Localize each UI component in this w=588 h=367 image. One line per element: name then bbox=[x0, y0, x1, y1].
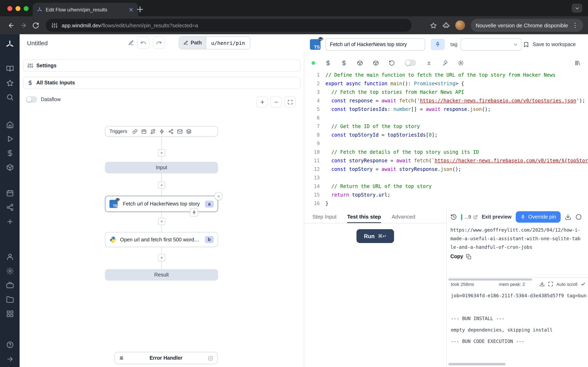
step-node-b[interactable]: Open url and fetch first 500 words of ..… bbox=[105, 232, 218, 247]
static-inputs-row[interactable]: All Static Inputs bbox=[23, 77, 301, 89]
add-step-button[interactable] bbox=[158, 254, 165, 261]
settings-row[interactable]: Settings bbox=[23, 59, 301, 72]
new-tab-button[interactable] bbox=[136, 5, 145, 14]
ai-assistant-icon[interactable] bbox=[442, 60, 448, 66]
zoom-out-button[interactable] bbox=[270, 96, 282, 108]
add-error-handler-icon[interactable] bbox=[208, 355, 213, 361]
expand-logs-icon[interactable] bbox=[548, 281, 553, 287]
fit-view-button[interactable] bbox=[284, 96, 296, 108]
profile-avatar[interactable] bbox=[455, 20, 465, 30]
result-node[interactable]: Result bbox=[105, 269, 218, 281]
step-title-input[interactable] bbox=[325, 38, 425, 50]
http-route-icon[interactable] bbox=[150, 129, 155, 134]
user-icon[interactable] bbox=[6, 253, 14, 261]
step-node-a[interactable]: TS Fetch url of HackerNews top story a bbox=[105, 196, 218, 212]
windmill-logo-icon[interactable] bbox=[5, 40, 14, 49]
add-icon[interactable] bbox=[6, 218, 14, 225]
run-button[interactable]: Run ⌘↵ bbox=[356, 229, 394, 243]
job-detail-icon[interactable] bbox=[575, 214, 582, 220]
add-step-button[interactable] bbox=[158, 149, 165, 157]
collapse-sidebar-icon[interactable] bbox=[6, 355, 14, 363]
reset-icon[interactable] bbox=[389, 60, 395, 66]
copy-result-button[interactable]: Copy bbox=[450, 254, 471, 259]
tab-search-button[interactable] bbox=[572, 4, 582, 13]
download-logs-icon[interactable] bbox=[539, 281, 545, 287]
site-settings-icon[interactable] bbox=[52, 22, 58, 28]
favorites-icon[interactable] bbox=[6, 79, 14, 87]
variables-picker-icon[interactable] bbox=[325, 60, 331, 66]
resources-icon[interactable] bbox=[6, 164, 14, 171]
save-to-workspace-button[interactable]: Save to workspace bbox=[523, 42, 576, 48]
tab-advanced[interactable]: Advanced bbox=[392, 211, 415, 223]
add-step-button[interactable] bbox=[158, 182, 165, 189]
pinned-indicator[interactable] bbox=[190, 208, 198, 217]
library-panel-icon[interactable] bbox=[575, 60, 581, 66]
path-value[interactable]: u/henri/pin bbox=[206, 37, 250, 49]
download-result-icon[interactable] bbox=[564, 214, 571, 220]
close-window-button[interactable] bbox=[7, 6, 12, 11]
bookmark-star-icon[interactable] bbox=[430, 22, 437, 29]
editor-toggle[interactable] bbox=[405, 59, 416, 66]
schedules-icon[interactable] bbox=[6, 189, 14, 197]
minimize-window-button[interactable] bbox=[16, 6, 20, 11]
override-pin-button[interactable]: Override pin bbox=[516, 211, 561, 223]
external-link-icon[interactable] bbox=[473, 215, 477, 219]
edit-name-icon[interactable] bbox=[128, 40, 134, 46]
auto-scroll-checkbox[interactable] bbox=[581, 282, 586, 286]
diff-icon[interactable]: ± bbox=[426, 60, 432, 66]
resources-picker-icon[interactable] bbox=[341, 60, 347, 66]
browser-tab[interactable]: Edit Flow u/henri/pin_results bbox=[33, 3, 138, 16]
sqs-icon[interactable] bbox=[186, 129, 191, 134]
forward-button[interactable] bbox=[17, 19, 29, 31]
extensions-icon[interactable] bbox=[443, 22, 450, 29]
script-library-icon[interactable] bbox=[357, 60, 363, 66]
dataflow-toggle[interactable] bbox=[26, 96, 37, 103]
input-node[interactable]: Input bbox=[105, 162, 218, 173]
home-icon[interactable] bbox=[6, 121, 14, 128]
error-handler-node[interactable]: Error Handler bbox=[114, 352, 218, 364]
flow-name[interactable]: Untitled bbox=[27, 39, 48, 46]
result-url[interactable]: https://www.geoffreylitt.com/2025/04/12/… bbox=[450, 226, 582, 252]
folders-icon[interactable] bbox=[6, 296, 14, 303]
reload-button[interactable] bbox=[29, 19, 42, 31]
delete-step-button[interactable] bbox=[214, 192, 223, 200]
path-editor[interactable]: Path u/henri/pin bbox=[179, 36, 250, 49]
pin-version-button[interactable] bbox=[431, 39, 445, 50]
apps-icon[interactable] bbox=[6, 65, 14, 73]
address-bar[interactable]: app.windmill.dev/flows/edit/u/henri/pin_… bbox=[46, 19, 412, 32]
window-controls[interactable] bbox=[7, 6, 29, 11]
url-text[interactable]: app.windmill.dev/flows/edit/u/henri/pin_… bbox=[62, 22, 198, 28]
settings-icon[interactable] bbox=[6, 267, 14, 275]
email-icon[interactable] bbox=[177, 129, 182, 134]
path-label[interactable]: Path bbox=[179, 37, 206, 49]
horizontal-scrollbar[interactable] bbox=[448, 278, 532, 281]
schedule-icon[interactable] bbox=[141, 129, 146, 134]
editor-settings-icon[interactable] bbox=[458, 60, 464, 66]
webhook-icon[interactable] bbox=[132, 129, 138, 134]
dependencies-icon[interactable] bbox=[373, 60, 379, 66]
workers-icon[interactable] bbox=[6, 281, 14, 289]
job-id-badge[interactable]: ...9 bbox=[461, 214, 477, 220]
flow-title-box[interactable]: Untitled bbox=[27, 39, 134, 46]
websocket-icon[interactable] bbox=[159, 129, 164, 134]
zoom-window-button[interactable] bbox=[24, 6, 29, 11]
exit-preview-button[interactable]: Exit preview bbox=[482, 214, 511, 220]
triggers-node[interactable]: Triggers bbox=[105, 126, 218, 137]
zoom-in-button[interactable] bbox=[256, 96, 268, 108]
redo-button[interactable] bbox=[153, 37, 165, 49]
triggers-icon[interactable] bbox=[6, 203, 14, 211]
horizontal-scrollbar[interactable] bbox=[448, 363, 506, 365]
tab-step-input[interactable]: Step Input bbox=[312, 211, 337, 223]
undo-button[interactable] bbox=[137, 37, 149, 49]
runs-icon[interactable] bbox=[6, 135, 14, 143]
history-icon[interactable] bbox=[450, 214, 457, 220]
code-editor[interactable]: 1// Define the main function to fetch th… bbox=[304, 71, 588, 210]
back-button[interactable] bbox=[5, 19, 17, 31]
kafka-icon[interactable] bbox=[168, 129, 173, 134]
chrome-update-notice[interactable]: Nouvelle version de Chrome disponible ⋮ bbox=[471, 19, 583, 32]
help-icon[interactable] bbox=[6, 341, 14, 349]
tab-close-icon[interactable] bbox=[128, 7, 134, 12]
tag-select[interactable] bbox=[461, 38, 522, 50]
browser-menu-icon[interactable]: ⋮ bbox=[572, 22, 578, 29]
groups-icon[interactable] bbox=[6, 310, 14, 318]
